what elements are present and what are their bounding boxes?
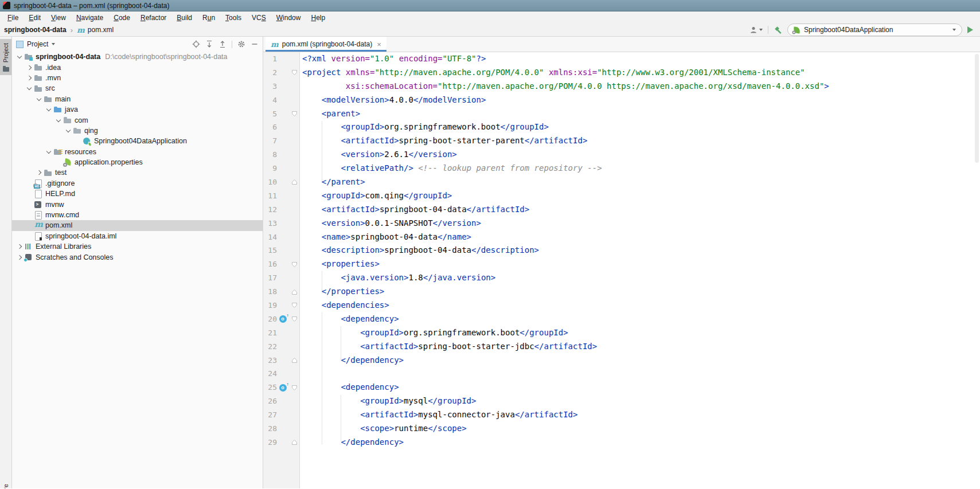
tool-window-button-structure[interactable]: Structure xyxy=(0,484,11,488)
menu-navigate[interactable]: Navigate xyxy=(71,13,108,23)
code-line-23[interactable]: 23 </dependency> xyxy=(263,354,980,367)
tree-item-pom-xml[interactable]: pom.xml xyxy=(12,220,263,230)
menu-file[interactable]: File xyxy=(2,13,24,23)
tree-item-help-md[interactable]: HELP.md xyxy=(12,189,263,199)
tree-item--mvn[interactable]: .mvn xyxy=(12,73,263,83)
tree-item-resources[interactable]: resources xyxy=(12,147,263,157)
tree-item-scratches-and-consoles[interactable]: Scratches and Consoles xyxy=(12,252,263,262)
collapse-all-button[interactable] xyxy=(218,40,227,48)
code-line-26[interactable]: 26 <groupId>mysql</groupId> xyxy=(263,394,980,408)
breadcrumb-project[interactable]: springboot-04-data xyxy=(4,26,67,34)
expand-all-button[interactable] xyxy=(205,40,213,48)
chevron-right-icon[interactable] xyxy=(25,74,33,82)
code-line-19[interactable]: 19 <dependencies> xyxy=(263,299,980,312)
tree-item-external-libraries[interactable]: External Libraries xyxy=(12,241,263,252)
chevron-down-icon[interactable] xyxy=(15,53,24,61)
tree-item-test[interactable]: test xyxy=(12,167,263,178)
code-line-8[interactable]: 8 <version>2.6.1</version> xyxy=(263,148,980,162)
maven-dependency-gutter-icon[interactable]: o xyxy=(279,384,287,392)
user-dropdown-button[interactable] xyxy=(749,26,763,34)
code-line-28[interactable]: 28 <scope>runtime</scope> xyxy=(263,422,980,436)
code-line-21[interactable]: 21 <groupId>org.springframework.boot</gr… xyxy=(263,326,980,340)
code-line-2[interactable]: 2<project xmlns="http://maven.apache.org… xyxy=(263,66,980,80)
tab-pom-xml[interactable]: m pom.xml (springboot-04-data) × xyxy=(266,37,386,52)
maven-dependency-gutter-icon[interactable]: o xyxy=(279,315,287,323)
tree-item-application-properties[interactable]: application.properties xyxy=(12,157,263,167)
code-line-22[interactable]: 22 <artifactId>spring-boot-starter-jdbc<… xyxy=(263,340,980,354)
fold-marker-end[interactable] xyxy=(288,289,300,295)
locate-file-button[interactable] xyxy=(192,40,200,48)
tree-item-main[interactable]: main xyxy=(12,94,263,104)
code-line-15[interactable]: 15 <description>springboot-04-data</desc… xyxy=(263,244,980,257)
code-line-17[interactable]: 17 <java.version>1.8</java.version> xyxy=(263,271,980,285)
menu-edit[interactable]: Edit xyxy=(24,13,46,23)
fold-marker-start[interactable] xyxy=(288,111,300,117)
tree-item-java[interactable]: java xyxy=(12,104,263,115)
chevron-down-icon[interactable] xyxy=(45,105,53,114)
menu-code[interactable]: Code xyxy=(108,13,135,23)
fold-marker-start[interactable] xyxy=(288,385,300,391)
code-line-4[interactable]: 4 <modelVersion>4.0.0</modelVersion> xyxy=(263,93,980,107)
chevron-right-icon[interactable] xyxy=(15,253,24,261)
menu-vcs[interactable]: VCS xyxy=(247,13,271,23)
code-line-29[interactable]: 29 </dependency> xyxy=(263,436,980,449)
code-line-10[interactable]: 10 </parent> xyxy=(263,175,980,189)
code-line-5[interactable]: 5 <parent> xyxy=(263,107,980,121)
code-line-13[interactable]: 13 <version>0.0.1-SNAPSHOT</version> xyxy=(263,217,980,230)
code-line-11[interactable]: 11 <groupId>com.qing</groupId> xyxy=(263,189,980,203)
chevron-down-icon[interactable] xyxy=(54,116,63,124)
menu-refactor[interactable]: Refactor xyxy=(135,13,171,23)
code-line-7[interactable]: 7 <artifactId>spring-boot-starter-parent… xyxy=(263,134,980,148)
close-icon[interactable]: × xyxy=(377,40,381,49)
chevron-right-icon[interactable] xyxy=(25,64,33,72)
menu-tools[interactable]: Tools xyxy=(220,13,247,23)
tree-item--idea[interactable]: .idea xyxy=(12,62,263,72)
fold-marker-start[interactable] xyxy=(288,261,300,268)
fold-marker-end[interactable] xyxy=(288,439,300,445)
chevron-right-icon[interactable] xyxy=(15,242,24,251)
code-line-24[interactable]: 24 xyxy=(263,367,980,381)
menu-build[interactable]: Build xyxy=(171,13,197,23)
code-line-16[interactable]: 16 <properties> xyxy=(263,257,980,271)
fold-marker-end[interactable] xyxy=(288,179,300,185)
tree-item-springboot04dataapplication[interactable]: Springboot04DataApplication xyxy=(12,136,263,146)
tree-item-qing[interactable]: qing xyxy=(12,126,263,136)
run-button[interactable] xyxy=(967,26,973,33)
tree-item-springboot-04-data[interactable]: springboot-04-dataD:\code\springboot\spr… xyxy=(12,52,263,62)
code-line-12[interactable]: 12 <artifactId>springboot-04-data</artif… xyxy=(263,203,980,217)
tree-item--gitignore[interactable]: .gitignore xyxy=(12,178,263,189)
chevron-down-icon[interactable] xyxy=(64,127,72,135)
code-line-6[interactable]: 6 <groupId>org.springframework.boot</gro… xyxy=(263,120,980,134)
editor-scrollbar[interactable] xyxy=(975,54,979,163)
tree-item-com[interactable]: com xyxy=(12,115,263,125)
tree-item-src[interactable]: src xyxy=(12,83,263,93)
chevron-down-icon[interactable] xyxy=(25,84,33,92)
hide-panel-button[interactable] xyxy=(251,40,259,48)
code-line-27[interactable]: 27 <artifactId>mysql-connector-java</art… xyxy=(263,408,980,422)
code-editor[interactable]: 1<?xml version="1.0" encoding="UTF-8"?>2… xyxy=(263,52,980,488)
run-configuration-select[interactable]: Springboot04DataApplication xyxy=(787,24,962,36)
code-line-25[interactable]: 25o <dependency> xyxy=(263,381,980,394)
chevron-down-icon[interactable] xyxy=(45,148,53,156)
menu-window[interactable]: Window xyxy=(271,13,306,23)
code-line-3[interactable]: 3 xsi:schemaLocation="http://maven.apach… xyxy=(263,80,980,93)
settings-button[interactable] xyxy=(237,40,245,48)
chevron-down-icon[interactable] xyxy=(52,43,55,45)
menu-run[interactable]: Run xyxy=(197,13,220,23)
tree-item-mvnw-cmd[interactable]: mvnw.cmd xyxy=(12,210,263,220)
code-line-18[interactable]: 18 </properties> xyxy=(263,285,980,299)
fold-marker-start[interactable] xyxy=(288,69,300,76)
build-project-button[interactable] xyxy=(774,26,782,34)
code-line-1[interactable]: 1<?xml version="1.0" encoding="UTF-8"?> xyxy=(263,52,980,66)
breadcrumb-file[interactable]: pom.xml xyxy=(88,26,114,34)
tree-item-springboot-04-data-iml[interactable]: springboot-04-data.iml xyxy=(12,231,263,241)
tree-item-mvnw[interactable]: mvnw xyxy=(12,199,263,209)
fold-marker-end[interactable] xyxy=(288,357,300,363)
menu-help[interactable]: Help xyxy=(306,13,330,23)
code-line-9[interactable]: 9 <relativePath/> <!-- lookup parent fro… xyxy=(263,162,980,175)
fold-marker-start[interactable] xyxy=(288,316,300,322)
project-panel-title[interactable]: Project xyxy=(27,40,48,48)
code-line-20[interactable]: 20o <dependency> xyxy=(263,312,980,326)
code-line-14[interactable]: 14 <name>springboot-04-data</name> xyxy=(263,230,980,244)
fold-marker-start[interactable] xyxy=(288,302,300,308)
